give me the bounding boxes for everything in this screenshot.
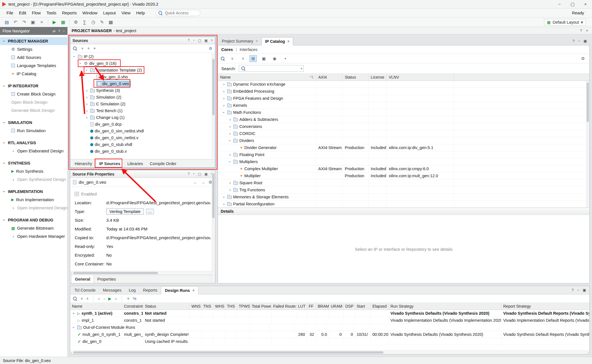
column-header-elapsed[interactable]: Elapsed bbox=[371, 303, 389, 310]
tab-ip-sources[interactable]: IP Sources bbox=[96, 159, 124, 168]
sidebar-item-ip-catalog[interactable]: ✦ IP Catalog bbox=[0, 70, 67, 78]
ip-row-kernels[interactable]: ›Kernels bbox=[218, 102, 589, 109]
quick-access-box[interactable] bbox=[155, 10, 200, 16]
menu-item-layout[interactable]: Layout bbox=[101, 9, 118, 16]
close-icon[interactable]: × bbox=[586, 28, 588, 33]
add-sources-icon[interactable]: + bbox=[93, 46, 96, 51]
tab-project-summary[interactable]: Project Summary × bbox=[218, 37, 261, 45]
sidebar-item-generate-block-design[interactable]: Generate Block Design bbox=[0, 106, 67, 114]
column-header-bram[interactable]: BRAM bbox=[316, 303, 329, 310]
settings-gear-icon[interactable]: ⚙ bbox=[72, 19, 80, 26]
maximize-icon[interactable]: ▢ bbox=[198, 38, 201, 43]
undo-icon[interactable]: ↶ bbox=[12, 19, 19, 26]
design-run-row-synth-1[interactable]: ›▷synth_1 (active) constrs_1 Not started… bbox=[70, 310, 589, 317]
ip-row-cordic[interactable]: ›CORDIC bbox=[218, 130, 589, 137]
tree-item-div-gen-0-vho[interactable]: div_gen_0.vho bbox=[70, 74, 215, 80]
tree-item-div-gen-0-dcp[interactable]: div_gen_0.dcp bbox=[70, 121, 215, 128]
tree-item-div-gen-0-veo[interactable]: div_gen_0.veo bbox=[70, 80, 215, 87]
menu-item-flow[interactable]: Flow bbox=[29, 9, 43, 16]
chevron-right-icon[interactable]: › bbox=[11, 206, 15, 210]
ip-row-partial-reconfiguration[interactable]: ›Partial Reconfiguration bbox=[218, 201, 589, 208]
minimize-icon[interactable]: − bbox=[63, 29, 65, 33]
collapse-all-icon[interactable]: « bbox=[228, 55, 235, 62]
chevron-right-icon[interactable]: › bbox=[228, 188, 232, 192]
add-icon[interactable]: + bbox=[127, 296, 130, 301]
tree-item-synthesis[interactable]: › Synthesis (3) bbox=[70, 87, 215, 94]
ip-row-trig-functions[interactable]: ›Trig Functions bbox=[218, 187, 589, 194]
close-icon[interactable]: × bbox=[256, 39, 258, 43]
chevron-down-icon[interactable]: › bbox=[2, 141, 6, 145]
type-dropdown[interactable]: Verilog Template bbox=[106, 208, 144, 215]
chevron-right-icon[interactable]: › bbox=[222, 103, 226, 108]
run-icon[interactable]: ▶ bbox=[50, 19, 58, 26]
save-icon[interactable]: ▤ bbox=[3, 19, 11, 26]
chevron-down-icon[interactable]: › bbox=[2, 84, 6, 88]
menu-item-help[interactable]: Help bbox=[134, 9, 147, 16]
sidebar-item-open-implemented-design[interactable]: › Open Implemented Design bbox=[0, 204, 67, 212]
subtab-interfaces[interactable]: Interfaces bbox=[240, 47, 258, 52]
properties-panel-header[interactable]: Source File Properties ? − ▢ ▣ × bbox=[70, 170, 215, 178]
help-icon[interactable]: ? bbox=[188, 172, 190, 176]
tree-item-stub-v[interactable]: div_gen_0_stub.v bbox=[70, 148, 215, 155]
close-icon[interactable]: × bbox=[193, 288, 195, 292]
column-header-name[interactable]: Name bbox=[70, 303, 122, 310]
ip-row-conversions[interactable]: ›Conversions bbox=[218, 123, 589, 130]
ip-row-adders-subtracters[interactable]: ›Adders & Subtracters bbox=[218, 116, 589, 123]
sidebar-item-run-simulation[interactable]: Run Simulation bbox=[0, 126, 67, 135]
chevron-right-icon[interactable]: › bbox=[228, 124, 232, 129]
redo-icon[interactable]: ↷ bbox=[20, 19, 28, 26]
column-header-dsp[interactable]: DSP bbox=[344, 303, 355, 310]
details-header[interactable]: Details bbox=[218, 208, 589, 215]
column-header-whs[interactable]: WHS bbox=[213, 303, 225, 310]
pattern-icon[interactable]: ▩ bbox=[107, 19, 115, 26]
percent-icon[interactable]: % bbox=[133, 296, 136, 301]
chevron-right-icon[interactable]: › bbox=[228, 181, 232, 185]
chevron-right-icon[interactable]: › bbox=[222, 96, 226, 101]
horizontal-scrollbar[interactable]: ‹ › bbox=[70, 271, 215, 275]
hierarchy-view-icon[interactable]: ⊞ bbox=[249, 55, 257, 62]
collapse-all-icon[interactable]: « bbox=[80, 47, 84, 50]
tab-ip-catalog[interactable]: IP Catalog × bbox=[261, 37, 293, 45]
help-icon[interactable]: ? bbox=[572, 288, 574, 292]
gear-icon[interactable]: ⚙ bbox=[209, 46, 212, 51]
browse-button[interactable]: … bbox=[146, 209, 154, 214]
help-icon[interactable]: ? bbox=[580, 28, 582, 33]
column-header-status[interactable]: Status bbox=[143, 303, 190, 310]
help-icon[interactable]: ? bbox=[573, 39, 575, 43]
chevron-right-icon[interactable]: › bbox=[85, 102, 89, 106]
chevron-right-icon[interactable]: › bbox=[11, 177, 15, 182]
minimize-icon[interactable]: − bbox=[193, 172, 195, 176]
search-icon[interactable] bbox=[73, 46, 77, 50]
minimize-icon[interactable]: − bbox=[193, 38, 195, 43]
chevron-down-icon[interactable]: › bbox=[2, 121, 6, 125]
chevron-right-icon[interactable]: › bbox=[85, 95, 89, 99]
collapse-all-icon[interactable]: « bbox=[79, 298, 84, 300]
column-header-uram[interactable]: URAM bbox=[329, 303, 344, 310]
menu-item-view[interactable]: View bbox=[119, 9, 133, 16]
column-header-total-power[interactable]: Total Power bbox=[250, 303, 271, 310]
tab-messages[interactable]: Messages bbox=[99, 286, 125, 294]
tab-compile-order[interactable]: Compile Order bbox=[146, 159, 180, 168]
chevron-right-icon[interactable]: › bbox=[228, 131, 232, 136]
ip-row-embedded-processing[interactable]: ›Embedded Processing bbox=[218, 88, 589, 95]
step-forward-icon[interactable]: » bbox=[115, 296, 117, 301]
selected-file[interactable]: div_gen_0.veo bbox=[96, 81, 131, 86]
column-header-vlnv[interactable]: VLNV bbox=[386, 74, 454, 81]
float-icon[interactable]: ▣ bbox=[204, 38, 208, 43]
tree-item-c-simulation[interactable]: › C Simulation (2) bbox=[70, 101, 215, 107]
sidebar-item-settings[interactable]: ⚙ Settings bbox=[0, 45, 67, 53]
close-button[interactable]: × bbox=[579, 0, 592, 8]
maximize-icon[interactable]: ▢ bbox=[198, 172, 201, 176]
tree-item-div-gen-0[interactable]: › ⚙ div_gen_0 (16) bbox=[70, 60, 215, 67]
quick-access-input[interactable] bbox=[164, 10, 196, 15]
tab-general[interactable]: General bbox=[71, 275, 94, 283]
search-icon[interactable] bbox=[73, 297, 77, 301]
tab-log[interactable]: Log bbox=[125, 286, 139, 294]
ip-row-square-root[interactable]: ›Square Root bbox=[218, 179, 589, 187]
column-header-constraints[interactable]: Constraints bbox=[122, 303, 143, 310]
chevron-down-icon[interactable]: › bbox=[2, 218, 6, 222]
column-header-ff[interactable]: FF bbox=[307, 303, 316, 310]
sidebar-section-rtl-analysis[interactable]: › RTL ANALYSIS bbox=[0, 139, 67, 147]
swap-icon[interactable]: ⇄ bbox=[52, 29, 56, 33]
gear-icon[interactable]: ⚙ bbox=[579, 55, 587, 62]
